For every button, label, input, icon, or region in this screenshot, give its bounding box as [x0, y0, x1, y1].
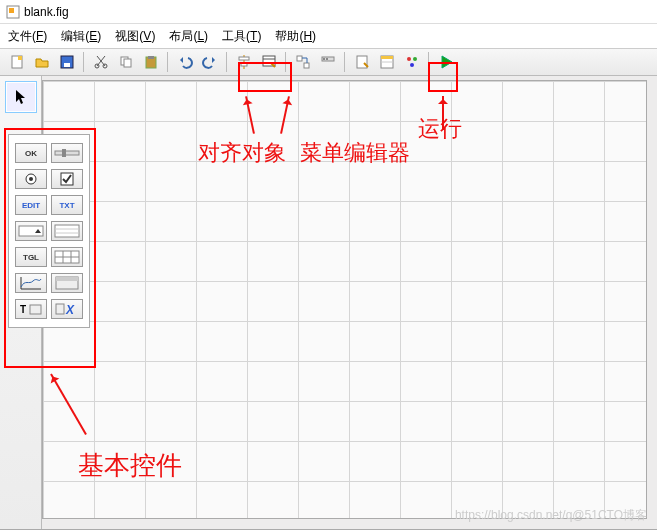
popup-control[interactable] [15, 221, 47, 241]
svg-rect-13 [239, 57, 249, 60]
separator [428, 52, 430, 72]
separator [167, 52, 169, 72]
canvas-area [42, 76, 657, 529]
run-icon[interactable] [435, 51, 457, 73]
window-title: blank.fig [24, 5, 69, 19]
svg-rect-5 [64, 63, 70, 67]
svg-point-32 [29, 177, 33, 181]
svg-rect-20 [323, 58, 325, 60]
svg-rect-14 [241, 63, 247, 66]
separator [226, 52, 228, 72]
menu-editor-icon[interactable] [258, 51, 280, 73]
titlebar: blank.fig [0, 0, 657, 24]
svg-rect-9 [124, 59, 131, 67]
mfile-editor-icon[interactable] [351, 51, 373, 73]
menu-file[interactable]: 文件(F) [8, 28, 47, 45]
work-area [0, 76, 657, 530]
svg-point-26 [407, 57, 411, 61]
object-browser-icon[interactable] [401, 51, 423, 73]
activex-control[interactable]: X [51, 299, 83, 319]
controls-palette: OK EDIT TXT TGL T X [8, 134, 90, 328]
svg-rect-24 [381, 56, 393, 59]
svg-rect-11 [148, 56, 154, 59]
panel-control[interactable] [51, 273, 83, 293]
svg-rect-22 [357, 56, 367, 68]
listbox-control[interactable] [51, 221, 83, 241]
svg-rect-45 [30, 305, 41, 314]
svg-text:X: X [65, 303, 75, 317]
property-inspector-icon[interactable] [376, 51, 398, 73]
separator [285, 52, 287, 72]
paste-icon[interactable] [140, 51, 162, 73]
radio-control[interactable] [15, 169, 47, 189]
svg-point-27 [413, 57, 417, 61]
new-icon[interactable] [6, 51, 28, 73]
redo-icon[interactable] [199, 51, 221, 73]
svg-rect-17 [297, 56, 302, 61]
menu-help[interactable]: 帮助(H) [275, 28, 316, 45]
svg-rect-3 [18, 56, 22, 60]
watermark: https://blog.csdn.net/q@51CTO博客 [455, 507, 647, 524]
table-control[interactable] [51, 247, 83, 267]
slider-control[interactable] [51, 143, 83, 163]
save-icon[interactable] [56, 51, 78, 73]
undo-icon[interactable] [174, 51, 196, 73]
buttongroup-control[interactable]: T [15, 299, 47, 319]
toolbar-editor-icon[interactable] [317, 51, 339, 73]
svg-rect-21 [326, 58, 328, 60]
layout-grid[interactable] [42, 80, 647, 519]
menubar: 文件(F) 编辑(E) 视图(V) 布局(L) 工具(T) 帮助(H) [0, 24, 657, 48]
separator [344, 52, 346, 72]
tab-order-icon[interactable] [292, 51, 314, 73]
axes-control[interactable] [15, 273, 47, 293]
svg-rect-18 [304, 63, 309, 68]
checkbox-control[interactable] [51, 169, 83, 189]
open-icon[interactable] [31, 51, 53, 73]
svg-rect-1 [9, 8, 14, 13]
menu-tools[interactable]: 工具(T) [222, 28, 261, 45]
align-objects-icon[interactable] [233, 51, 255, 73]
menu-view[interactable]: 视图(V) [115, 28, 155, 45]
toggle-control[interactable]: TGL [15, 247, 47, 267]
menu-edit[interactable]: 编辑(E) [61, 28, 101, 45]
svg-rect-46 [56, 304, 64, 314]
text-control[interactable]: TXT [51, 195, 83, 215]
edit-control[interactable]: EDIT [15, 195, 47, 215]
select-tool[interactable] [6, 82, 36, 112]
copy-icon[interactable] [115, 51, 137, 73]
svg-rect-43 [56, 277, 78, 281]
app-icon [6, 5, 20, 19]
svg-rect-29 [55, 151, 79, 155]
toolbar [0, 48, 657, 76]
menu-layout[interactable]: 布局(L) [169, 28, 208, 45]
svg-point-28 [410, 63, 414, 67]
svg-text:T: T [20, 304, 26, 315]
separator [83, 52, 85, 72]
cut-icon[interactable] [90, 51, 112, 73]
pushbutton-control[interactable]: OK [15, 143, 47, 163]
svg-rect-35 [55, 225, 79, 237]
svg-rect-30 [62, 149, 66, 157]
